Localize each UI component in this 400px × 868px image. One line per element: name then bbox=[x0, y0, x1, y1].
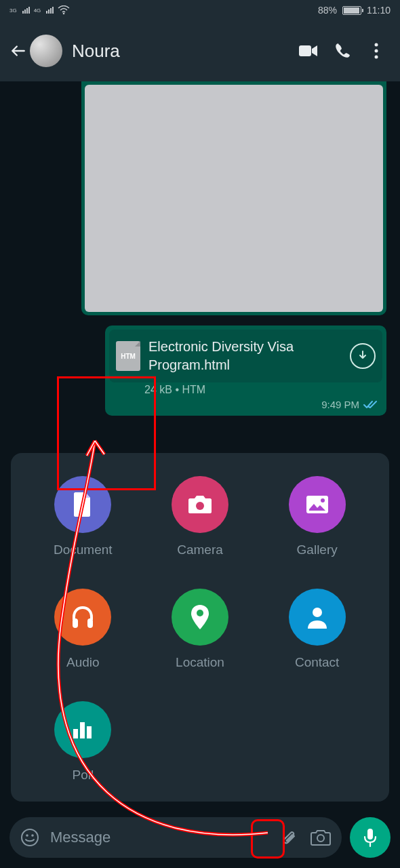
video-call-button[interactable] bbox=[292, 43, 325, 58]
svg-rect-6 bbox=[306, 496, 328, 513]
attach-camera-label: Camera bbox=[177, 542, 223, 557]
svg-rect-13 bbox=[80, 722, 85, 738]
camera-icon bbox=[172, 476, 228, 533]
svg-rect-9 bbox=[87, 618, 93, 628]
svg-point-10 bbox=[197, 610, 203, 616]
gallery-icon bbox=[289, 476, 346, 533]
chat-header: Noura bbox=[0, 20, 400, 81]
download-button[interactable] bbox=[350, 343, 376, 369]
voice-record-button[interactable] bbox=[350, 817, 391, 858]
message-input[interactable]: Message bbox=[50, 829, 270, 846]
wifi-icon bbox=[58, 5, 70, 15]
emoji-button[interactable] bbox=[20, 828, 39, 847]
svg-rect-19 bbox=[367, 829, 373, 840]
svg-rect-8 bbox=[73, 618, 78, 628]
svg-point-16 bbox=[26, 834, 28, 837]
signal-2-icon bbox=[46, 7, 54, 14]
read-receipt-icon bbox=[363, 400, 378, 410]
svg-point-3 bbox=[375, 50, 378, 53]
svg-point-0 bbox=[63, 13, 65, 15]
network-1-label: 3G bbox=[9, 7, 17, 14]
image-message[interactable] bbox=[81, 81, 386, 315]
svg-point-11 bbox=[313, 608, 322, 617]
svg-point-5 bbox=[196, 502, 204, 510]
file-type-icon: HTM bbox=[116, 341, 140, 371]
file-message[interactable]: HTM Electronic Diversity Visa Program.ht… bbox=[105, 326, 386, 416]
chat-area: HTM Electronic Diversity Visa Program.ht… bbox=[0, 81, 400, 807]
attach-document[interactable]: Document bbox=[24, 476, 142, 557]
attach-camera[interactable]: Camera bbox=[142, 476, 259, 557]
attach-button[interactable] bbox=[281, 828, 300, 847]
signal-1-icon bbox=[22, 7, 30, 14]
attach-poll-label: Poll bbox=[72, 768, 94, 783]
network-2-label: 4G bbox=[34, 7, 41, 14]
attach-audio[interactable]: Audio bbox=[24, 589, 142, 670]
status-bar: 3G 4G 88% 11:10 bbox=[0, 0, 400, 20]
avatar[interactable] bbox=[30, 35, 62, 67]
attach-poll[interactable]: Poll bbox=[24, 701, 142, 783]
file-meta: 24 kB • HTM bbox=[105, 384, 386, 396]
file-name: Electronic Diversity Visa Program.html bbox=[148, 338, 342, 374]
attach-contact[interactable]: Contact bbox=[258, 589, 376, 670]
attach-location[interactable]: Location bbox=[142, 589, 259, 670]
attach-gallery-label: Gallery bbox=[297, 542, 338, 557]
message-input-container: Message bbox=[9, 817, 342, 858]
document-icon bbox=[54, 476, 111, 533]
svg-point-17 bbox=[31, 834, 34, 837]
svg-point-18 bbox=[317, 835, 324, 842]
attachment-panel: Document Camera Gallery Audio Location bbox=[11, 453, 389, 802]
more-options-button[interactable] bbox=[359, 43, 393, 59]
svg-rect-1 bbox=[299, 45, 311, 56]
svg-rect-12 bbox=[73, 729, 78, 738]
message-time: 9:49 PM bbox=[321, 399, 359, 410]
person-icon bbox=[289, 589, 346, 646]
voice-call-button[interactable] bbox=[325, 42, 359, 60]
attach-gallery[interactable]: Gallery bbox=[258, 476, 376, 557]
location-pin-icon bbox=[172, 589, 228, 646]
svg-point-4 bbox=[375, 56, 378, 59]
clock: 11:10 bbox=[367, 5, 391, 16]
svg-point-2 bbox=[375, 43, 378, 47]
input-bar: Message bbox=[0, 807, 400, 868]
attach-location-label: Location bbox=[176, 655, 224, 670]
poll-icon bbox=[54, 701, 111, 758]
camera-button[interactable] bbox=[311, 829, 331, 846]
svg-rect-14 bbox=[87, 726, 92, 738]
image-placeholder bbox=[85, 85, 383, 312]
back-button[interactable] bbox=[9, 42, 30, 60]
headphones-icon bbox=[54, 589, 111, 646]
attach-document-label: Document bbox=[54, 542, 113, 557]
attach-contact-label: Contact bbox=[295, 655, 339, 670]
svg-point-15 bbox=[22, 829, 38, 846]
battery-percent: 88% bbox=[318, 5, 337, 16]
attach-audio-label: Audio bbox=[66, 655, 100, 670]
battery-icon bbox=[342, 6, 361, 15]
contact-name[interactable]: Noura bbox=[72, 41, 292, 62]
svg-point-7 bbox=[321, 498, 325, 502]
